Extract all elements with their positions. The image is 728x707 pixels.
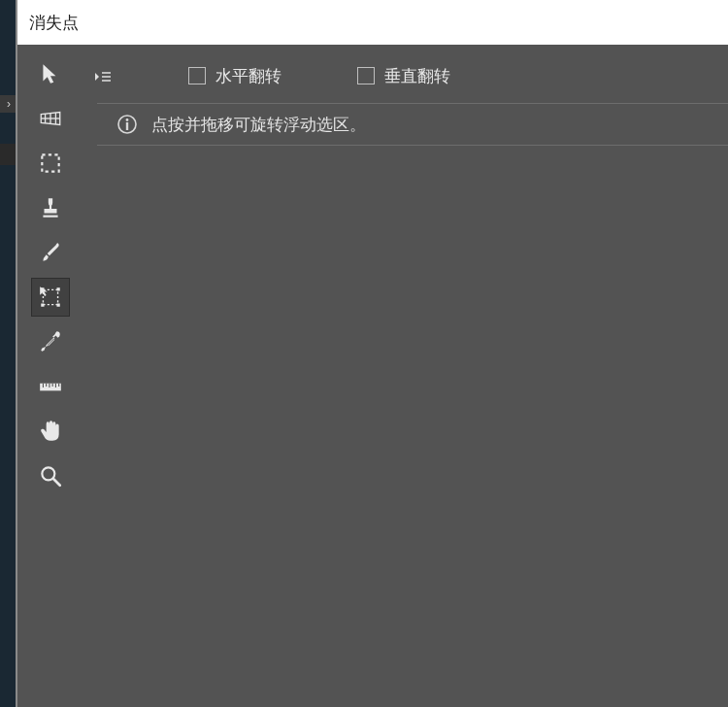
flip-horizontal-label: 水平翻转 [215,65,281,87]
hint-text: 点按并拖移可旋转浮动选区。 [151,114,366,136]
svg-rect-6 [43,289,57,304]
canvas-area[interactable] [97,146,728,707]
svg-point-24 [126,118,129,121]
hint-bar: 点按并拖移可旋转浮动选区。 [97,103,728,146]
measure-tool[interactable] [31,367,70,406]
options-menu[interactable] [93,69,113,83]
svg-rect-10 [57,304,60,307]
zoom-icon [38,463,63,488]
zoom-tool[interactable] [31,456,70,495]
stamp-tool[interactable] [31,188,70,227]
options-bar: 水平翻转 垂直翻转 [87,54,728,97]
svg-rect-9 [41,304,44,307]
app-left-edge: › [0,0,16,707]
transform-icon [38,285,63,310]
eyedropper-tool[interactable] [31,322,70,361]
hand-icon [38,419,63,444]
svg-line-19 [53,479,60,486]
flip-vertical-group: 垂直翻转 [357,65,450,87]
brush-tool[interactable] [31,233,70,272]
flip-horizontal-checkbox[interactable] [188,67,206,84]
vanishing-point-dialog: 消失点 [16,0,728,707]
tool-strip [27,54,74,495]
info-icon [116,114,138,135]
arrow-tool[interactable] [31,54,70,93]
arrow-icon [38,61,63,86]
svg-rect-25 [126,122,128,130]
flip-vertical-checkbox[interactable] [357,67,375,84]
marquee-tool[interactable] [31,144,70,183]
flip-vertical-label: 垂直翻转 [384,65,450,87]
plane-icon [38,106,63,131]
svg-rect-4 [42,154,58,171]
svg-rect-5 [43,216,57,218]
eyedropper-icon [38,329,63,354]
svg-rect-8 [57,287,60,290]
plane-tool[interactable] [31,99,70,138]
window-title: 消失点 [29,12,79,34]
flip-horizontal-group: 水平翻转 [188,65,281,87]
transform-tool[interactable] [31,278,70,317]
ruler-icon [38,374,63,399]
hand-tool[interactable] [31,412,70,451]
brush-icon [38,240,63,265]
marquee-icon [38,151,63,176]
titlebar: 消失点 [17,0,728,45]
menu-dropdown-icon [93,69,113,83]
stamp-icon [38,195,63,220]
